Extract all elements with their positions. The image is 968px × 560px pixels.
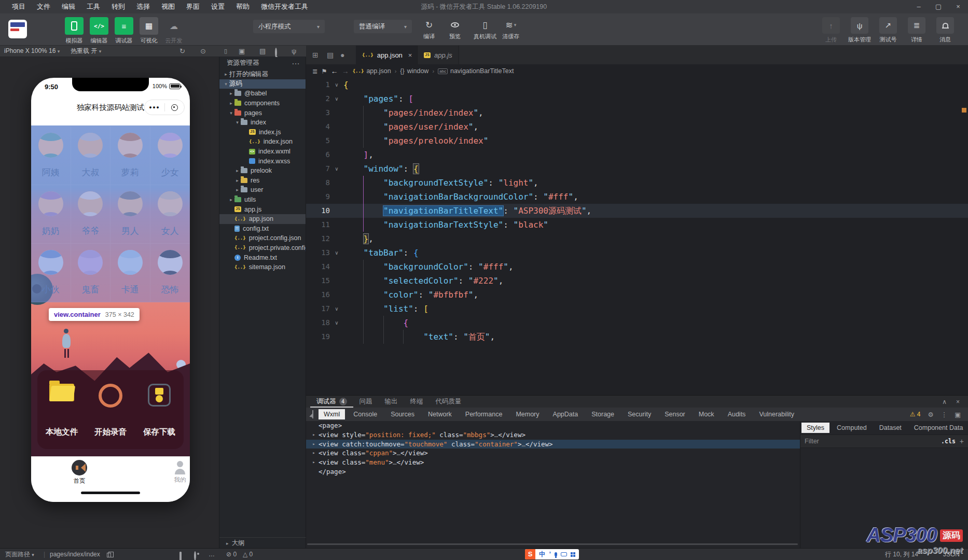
styles-filter-input[interactable] [805,438,937,445]
menu-item-文件[interactable]: 文件 [31,0,56,13]
horizontal-scrollbar[interactable] [307,543,798,545]
page-path-selector[interactable]: 页面路径 ▾ [5,549,34,560]
devtools-tab-Vulnerability[interactable]: Vulnerability [754,409,799,419]
git-branch-icon[interactable]: ψ [292,47,296,55]
grid-item-萝莉[interactable]: 萝莉 [110,127,150,185]
warning-badge[interactable]: ⚠ 4 [910,411,921,418]
notification-bell-icon[interactable] [179,553,182,560]
grid-item-阿姨[interactable]: 阿姨 [31,127,71,185]
grid-item-小伙[interactable]: 小伙 [31,244,71,302]
tree-item-Readme.txt[interactable]: iReadme.txt [219,253,306,262]
debugger-tab-调试器[interactable]: 调试器4 [310,396,353,408]
tree-item-pages[interactable]: ▾pages [219,108,306,118]
tree-item-project.config.json[interactable]: {..}project.config.json [219,233,306,243]
styles-tab-Component Data[interactable]: Component Data [909,423,968,433]
close-icon[interactable]: × [948,0,968,13]
exit-target-icon[interactable] [165,104,185,111]
menu-item-工具[interactable]: 工具 [81,0,106,13]
outline-section[interactable]: ▸大纲 [219,537,306,548]
styles-tab-Styles[interactable]: Styles [801,423,829,433]
toolbar-action-编译[interactable]: ↻编译 [418,19,440,40]
save-all-icon[interactable]: ▤ [327,51,334,59]
menu-item-选择[interactable]: 选择 [131,0,156,13]
devtools-tab-Memory[interactable]: Memory [510,409,544,419]
debugger-tab-问题[interactable]: 问题 [353,396,379,408]
copy-path-icon[interactable] [107,552,111,559]
tree-item-user[interactable]: ▸user [219,185,306,195]
wxml-node-0[interactable]: <page> [306,421,800,430]
tree-item-源码[interactable]: ▾源码 [219,79,306,89]
tree-item-index[interactable]: ▾index [219,118,306,128]
outline-list-icon[interactable]: ≣ [312,67,317,75]
menu-item-微信开发者工具[interactable]: 微信开发者工具 [255,0,314,13]
menu-item-项目[interactable]: 项目 [6,0,31,13]
breadcrumb-item-window[interactable]: {}window [400,67,428,75]
fold-arrow-icon[interactable]: ∨ [330,316,343,330]
devtools-tab-Sensor[interactable]: Sensor [659,409,690,419]
ime-lang-toggle[interactable]: 中 [539,550,546,559]
devtools-tab-AppData[interactable]: AppData [548,409,584,419]
fold-arrow-icon[interactable]: ∨ [330,246,343,260]
error-count[interactable]: ⊘ 0 [226,549,237,560]
tree-item-project.private.config.js...[interactable]: {..}project.private.config.js... [219,243,306,253]
tree-item-res[interactable]: ▸res [219,176,306,186]
phone-tab-首页[interactable]: 首页 [59,460,100,485]
menu-item-设置[interactable]: 设置 [205,0,230,13]
debugger-tab-输出[interactable]: 输出 [379,396,404,408]
fold-arrow-icon[interactable]: ∨ [330,78,343,92]
devtools-settings-gear-icon[interactable]: ⚙ [928,411,933,418]
grid-item-卡通[interactable]: 卡通 [110,244,150,302]
devtools-tab-Sources[interactable]: Sources [385,409,420,419]
toolbar-button-消息[interactable]: 消息 [932,17,959,44]
more-actions-icon[interactable]: … [209,549,215,560]
editor-tab-app.json[interactable]: {..}app.json× [356,46,418,64]
capsule-button[interactable]: ●●● [144,100,185,115]
nav-back-icon[interactable]: ← [331,67,338,75]
stop-record-icon[interactable]: ⊙ [200,47,206,55]
build-icon[interactable]: ● [340,51,344,59]
toolbar-button-调试器[interactable]: ≡调试器 [112,17,136,45]
phone-button-保存下载[interactable]: 保存下载 [135,370,184,449]
grid-item-大叔[interactable]: 大叔 [71,127,111,185]
devtools-tab-Security[interactable]: Security [623,409,656,419]
phone-button-开始录音[interactable]: 开始录音 [86,370,135,449]
menu-item-转到[interactable]: 转到 [106,0,131,13]
grid-item-鬼畜[interactable]: 鬼畜 [71,244,111,302]
page-path-value[interactable]: pages/index/index [50,549,100,560]
tree-item-prelook[interactable]: ▸prelook [219,166,306,176]
devtools-tab-Storage[interactable]: Storage [586,409,619,419]
cls-button[interactable]: .cls [941,438,956,445]
split-editor-icon[interactable]: ⊞ [312,51,319,59]
tree-item-index.json[interactable]: {..}index.json [219,137,306,147]
collapse-panel-icon[interactable]: ∧ [942,398,947,405]
devtools-tab-Network[interactable]: Network [423,409,457,419]
tree-item-app.json[interactable]: {..}app.json [219,214,306,224]
more-icon[interactable]: ●●● [145,105,164,110]
wxml-node-5[interactable]: </page> [306,467,800,477]
fold-arrow-icon[interactable]: ∨ [330,92,343,106]
inspect-element-icon[interactable] [312,411,313,418]
toolbar-button-编辑器[interactable]: </>编辑器 [87,17,111,45]
preview-eye-icon[interactable] [194,552,196,559]
wxml-node-4[interactable]: ▸<view class="menu">…</view> [306,458,800,467]
tree-item-components[interactable]: ▸components [219,99,306,108]
menu-item-界面[interactable]: 界面 [181,0,205,13]
menu-item-视图[interactable]: 视图 [156,0,181,13]
grid-item-奶奶[interactable]: 奶奶 [31,185,71,244]
devtools-tab-Console[interactable]: Console [348,409,382,419]
microphone-icon[interactable] [555,552,557,556]
devtools-tab-Performance[interactable]: Performance [460,409,508,419]
grid-item-男人[interactable]: 男人 [110,185,150,244]
home-indicator[interactable] [81,492,140,494]
devtools-tab-Wxml[interactable]: Wxml [319,409,345,419]
ime-punctuation-icon[interactable]: ’ [549,551,551,558]
devtools-tab-Mock[interactable]: Mock [694,409,720,419]
files-icon[interactable]: ▤ [259,47,266,55]
keyboard-icon[interactable] [561,552,567,556]
sogou-logo[interactable]: S [525,549,535,559]
toolbar-action-预览[interactable]: 预览 [444,19,466,40]
toolbar-action-清缓存[interactable]: ≋▾清缓存 [496,19,526,40]
expand-arrow-icon[interactable]: ▸ [310,458,317,467]
expand-arrow-icon[interactable]: ▸ [310,440,317,449]
ime-toolbox-icon[interactable] [571,552,575,557]
